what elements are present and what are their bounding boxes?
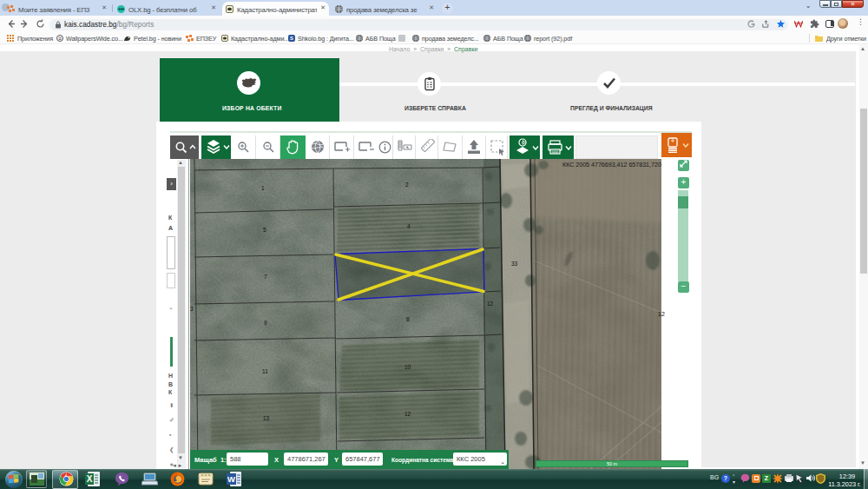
svg-text:W: W [227,474,235,484]
svg-text:1: 1 [261,185,265,191]
svg-text:5: 5 [263,227,266,233]
svg-text:13: 13 [263,415,270,421]
svg-text:11: 11 [262,368,268,374]
svg-text:3: 3 [190,306,194,312]
svg-text:8: 8 [406,316,410,322]
svg-text:12: 12 [487,301,494,307]
svg-text:33: 33 [511,261,518,267]
svg-text:X: X [87,474,93,484]
svg-text:7: 7 [264,274,267,280]
svg-text:10: 10 [404,364,411,370]
svg-text:2: 2 [405,182,409,188]
svg-text:4: 4 [407,223,411,229]
svg-text:12: 12 [404,411,411,417]
svg-text:②: ② [58,36,62,41]
svg-text:9: 9 [264,320,267,326]
